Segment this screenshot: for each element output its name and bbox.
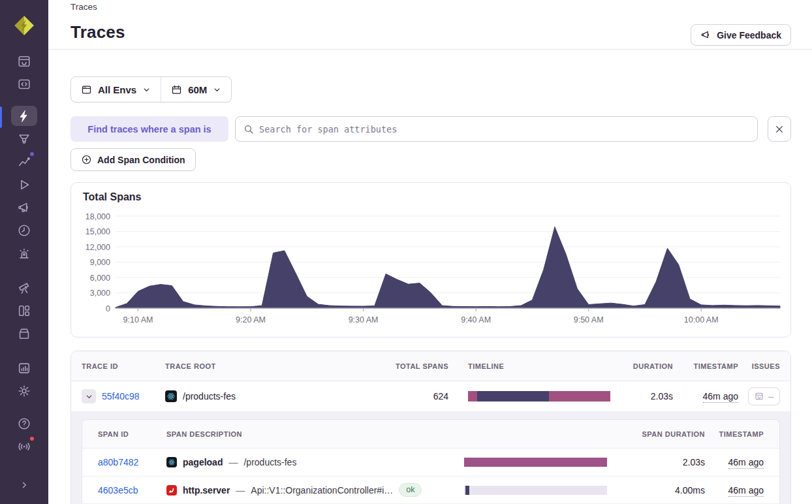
trace-root-text: /products-fes (183, 391, 236, 402)
chevron-down-icon (213, 86, 221, 94)
time-range-filter-label: 60M (188, 84, 207, 95)
react-platform-icon (166, 457, 177, 467)
sidebar-item-settings[interactable] (11, 381, 37, 401)
chevron-right-icon (18, 479, 30, 491)
megaphone-icon (17, 200, 31, 215)
megaphone-icon (700, 29, 711, 40)
funnel-icon (17, 132, 31, 146)
svg-text:6,000: 6,000 (90, 274, 110, 283)
plus-circle-icon (81, 154, 92, 165)
issues-indicator: – (748, 387, 780, 405)
chevron-down-icon (85, 392, 93, 401)
span-id-link[interactable]: 4603e5cb (98, 485, 138, 496)
add-span-condition-label: Add Span Condition (97, 155, 185, 165)
calendar-icon (171, 84, 182, 95)
sidebar-item-metrics[interactable] (11, 151, 37, 172)
sidebar-item-releases[interactable] (11, 323, 37, 343)
search-box (235, 116, 758, 142)
svg-text:10:00 AM: 10:00 AM (684, 315, 719, 324)
separator: — (228, 457, 238, 467)
sidebar-collapse-button[interactable] (11, 475, 37, 495)
span-row: a80b7482 pageload — (82, 449, 779, 476)
code-folder-icon (17, 77, 31, 91)
col-span-id: Span ID (98, 430, 166, 438)
span-id-link[interactable]: a80b7482 (98, 457, 138, 467)
sidebar-item-whats-new[interactable] (11, 436, 37, 456)
environment-filter-button[interactable]: All Envs (71, 77, 161, 102)
sidebar-item-alerts[interactable] (11, 243, 37, 263)
span-description: Api::V1::OrganizationController#i… (251, 485, 393, 496)
page-header: Traces Traces Give Feedback (48, 0, 812, 50)
add-span-condition-button[interactable]: Add Span Condition (70, 148, 196, 171)
sidebar-item-traces[interactable] (11, 106, 37, 126)
collapse-trace-button[interactable] (82, 389, 96, 403)
search-input[interactable] (259, 124, 749, 134)
trace-timeline-bar (468, 391, 610, 402)
col-span-duration: Span Duration (617, 430, 705, 438)
telescope-icon (17, 281, 31, 295)
sidebar-item-help[interactable] (11, 413, 37, 433)
logo-icon (13, 14, 35, 37)
query-builder-row: Find traces where a span is (70, 116, 791, 142)
spans-subtable-header: Span ID Span Description Span Duration T… (82, 420, 779, 449)
trace-row: 55f40c98 /products-fes 624 (71, 381, 790, 411)
svg-text:12,000: 12,000 (86, 243, 110, 252)
traces-table-header: Trace ID Trace Root Total Spans Timeline… (71, 351, 790, 381)
react-platform-icon (165, 390, 177, 402)
breadcrumb[interactable]: Traces (70, 2, 97, 12)
chart-title: Total Spans (83, 191, 142, 203)
sidebar-item-crons[interactable] (11, 220, 37, 240)
issues-icon (17, 54, 31, 69)
issues-icon (755, 392, 764, 401)
window-icon (81, 84, 92, 95)
span-op: pageload (183, 457, 223, 467)
query-chip: Find traces where a span is (70, 116, 228, 142)
svg-text:0: 0 (106, 304, 110, 313)
app-logo[interactable] (13, 14, 35, 37)
siren-icon (17, 246, 31, 260)
give-feedback-button[interactable]: Give Feedback (691, 24, 791, 46)
sidebar-item-projects[interactable] (11, 74, 37, 94)
give-feedback-label: Give Feedback (717, 30, 781, 40)
time-range-filter-button[interactable]: 60M (161, 77, 231, 102)
sidebar-item-feedback[interactable] (11, 197, 37, 217)
svg-text:9:10 AM: 9:10 AM (123, 315, 153, 324)
total-spans-value: 624 (387, 391, 448, 402)
ruby-platform-icon (166, 485, 177, 496)
sidebar-item-replays[interactable] (11, 174, 37, 195)
lightning-icon (17, 109, 31, 123)
span-status-badge: ok (399, 483, 422, 497)
span-timestamp: 46m ago (705, 457, 764, 467)
trace-duration: 2.03s (618, 391, 673, 402)
expanded-spans-section: Span ID Span Description Span Duration T… (71, 411, 790, 504)
span-duration-bar (464, 486, 607, 495)
sidebar-item-issues[interactable] (11, 51, 37, 71)
sidebar-item-discover[interactable] (11, 277, 37, 298)
separator: — (236, 485, 245, 496)
help-icon (17, 417, 31, 431)
active-nav-indicator (0, 106, 2, 128)
stats-icon (17, 361, 31, 375)
col-timeline: Timeline (448, 362, 618, 370)
filters-row: All Envs 60M (70, 76, 791, 102)
sidebar-item-insights[interactable] (11, 129, 37, 149)
clear-search-button[interactable] (768, 116, 791, 142)
svg-text:9:20 AM: 9:20 AM (236, 315, 266, 324)
trace-timestamp: 46m ago (673, 391, 738, 402)
filter-group: All Envs 60M (70, 76, 232, 102)
sidebar-item-dashboards[interactable] (11, 300, 37, 321)
span-row: 4603e5cb http.server — Api::V1::Organiza… (82, 476, 779, 503)
sidebar-item-stats[interactable] (11, 358, 37, 378)
sidebar (0, 0, 48, 504)
add-condition-row: Add Span Condition (70, 148, 791, 171)
span-duration-bar (464, 458, 607, 467)
col-duration: Duration (618, 362, 673, 370)
span-op: http.server (183, 485, 230, 496)
col-span-timestamp: Timestamp (705, 430, 764, 438)
col-span-description: Span Description (166, 430, 459, 438)
svg-text:9:50 AM: 9:50 AM (574, 315, 604, 324)
main-content: All Envs 60M Find traces where a span is (48, 50, 812, 504)
issues-count: – (768, 391, 773, 402)
trace-id-link[interactable]: 55f40c98 (102, 391, 140, 402)
clock-icon (17, 223, 31, 238)
